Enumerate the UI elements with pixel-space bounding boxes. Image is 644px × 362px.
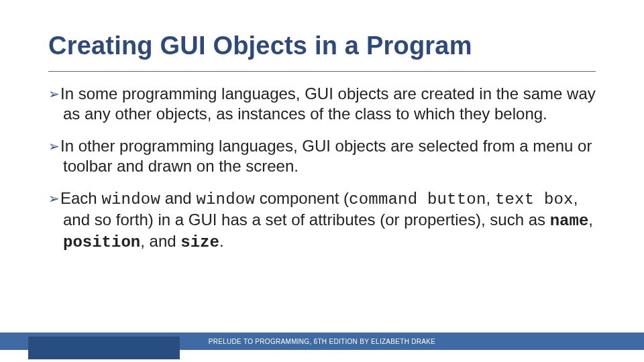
bullet-text: , [588,210,593,229]
bullet-text: In other programming languages, GUI obje… [60,137,592,175]
bullet-text: . [219,232,224,250]
bullet-text: name [550,212,589,230]
slide-title: Creating GUI Objects in a Program [48,32,596,60]
bullet-text: command button [349,190,486,208]
bullet-text: position [63,233,140,251]
bullet-item: ➢In other programming languages, GUI obj… [48,136,596,176]
bullet-text: text box [495,190,574,208]
bullet-item: ➢Each window and window component (comma… [48,188,596,253]
slide: Creating GUI Objects in a Program ➢In so… [0,0,644,362]
footer-text: PRELUDE TO PROGRAMMING, 6TH EDITION BY E… [209,338,436,345]
title-divider [48,71,596,72]
bullet-text: In some programming languages, GUI objec… [60,84,596,123]
bullet-text: window [101,190,160,208]
chevron-right-icon: ➢ [48,139,60,154]
bullet-text: Each [60,189,101,207]
chevron-right-icon: ➢ [48,191,60,206]
bullet-text: component ( [255,189,349,207]
slide-content: ➢In some programming languages, GUI obje… [48,84,596,253]
chevron-right-icon: ➢ [48,86,60,101]
bullet-text: and [160,189,196,207]
bullet-item: ➢In some programming languages, GUI obje… [48,84,596,124]
bullet-text: window [196,190,255,208]
bullet-text: size [180,233,219,251]
bullet-text: , and [140,232,180,250]
bullet-text: , [486,189,495,207]
footer-accent-box [28,337,180,359]
